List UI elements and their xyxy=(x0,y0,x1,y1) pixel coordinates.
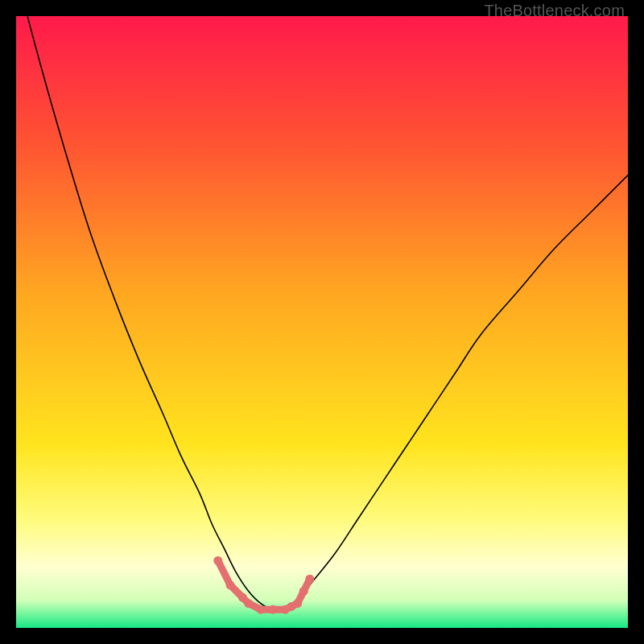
bottom-emphasis-dot xyxy=(269,605,278,614)
bottom-emphasis-dot xyxy=(213,556,222,565)
bottom-emphasis-dot xyxy=(226,580,235,589)
gradient-background xyxy=(16,16,628,628)
bottom-emphasis-dot xyxy=(305,575,314,584)
bottom-emphasis-dot xyxy=(293,599,302,608)
bottom-emphasis-dot xyxy=(257,605,266,614)
bottom-emphasis-dot xyxy=(244,599,253,608)
watermark-text: TheBottleneck.com xyxy=(484,2,625,20)
bottom-emphasis-dot xyxy=(299,587,308,596)
chart-frame xyxy=(16,16,628,628)
bottleneck-plot xyxy=(16,16,628,628)
